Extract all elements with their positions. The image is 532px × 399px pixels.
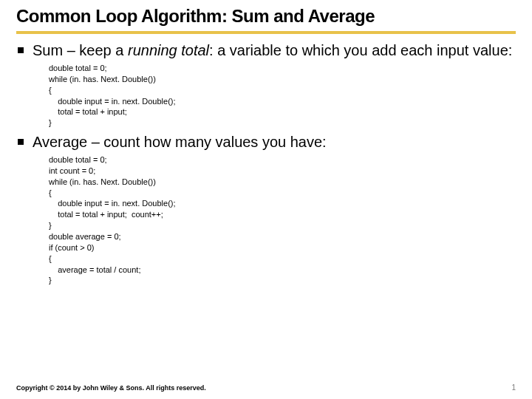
code-sum: double total = 0; while (in. has. Next. … <box>49 63 516 129</box>
bullet-sum-pre: Sum – keep a <box>33 42 128 58</box>
bullet-sum-italic: running total <box>128 42 209 58</box>
copyright-text: Copyright © 2014 by John Wiley & Sons. A… <box>16 384 206 392</box>
bullet-average: Average – count how many values you have… <box>16 133 516 286</box>
bullet-average-pre: Average – count how many values you have… <box>33 134 327 150</box>
slide-title: Common Loop Algorithm: Sum and Average <box>16 6 516 27</box>
footer: Copyright © 2014 by John Wiley & Sons. A… <box>16 383 516 392</box>
bullet-sum-text: Sum – keep a running total: a variable t… <box>33 41 516 60</box>
title-underline <box>16 31 516 34</box>
code-average: double total = 0; int count = 0; while (… <box>49 154 516 286</box>
bullet-sum-post: : a variable to which you add each input… <box>209 42 512 58</box>
bullet-average-text: Average – count how many values you have… <box>33 133 516 151</box>
bullet-list: Sum – keep a running total: a variable t… <box>16 41 516 286</box>
bullet-sum: Sum – keep a running total: a variable t… <box>16 41 516 129</box>
page-number: 1 <box>511 383 516 392</box>
